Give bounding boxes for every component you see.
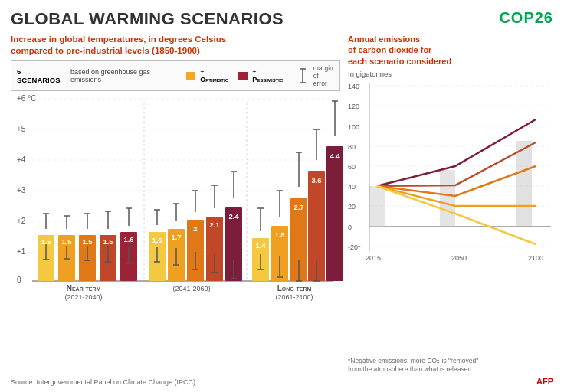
- svg-text:20: 20: [348, 203, 356, 211]
- optimistic-color-swatch: [186, 72, 195, 80]
- margin-label: marginof error: [313, 64, 334, 88]
- svg-text:+1: +1: [17, 247, 26, 256]
- left-subtitle: Increase in global temperatures, in degr…: [11, 34, 340, 57]
- svg-text:1.8: 1.8: [274, 230, 284, 239]
- optimistic-label: + Optimistic: [200, 68, 234, 83]
- svg-rect-130: [369, 186, 385, 227]
- afp-logo: AFP: [536, 377, 553, 386]
- right-subtitle: Annual emissionsof carbon dioxide foreac…: [348, 34, 555, 67]
- svg-text:0: 0: [17, 276, 21, 284]
- svg-text:+6 °C: +6 °C: [17, 94, 36, 103]
- svg-text:1.5: 1.5: [82, 237, 93, 246]
- svg-text:2.1: 2.1: [209, 220, 220, 229]
- svg-text:80: 80: [348, 143, 356, 151]
- svg-text:2.7: 2.7: [293, 203, 303, 211]
- svg-text:60: 60: [348, 163, 356, 171]
- svg-text:-20*: -20*: [348, 243, 361, 251]
- svg-text:1.5: 1.5: [103, 237, 113, 246]
- margin-of-error-icon: [297, 68, 309, 83]
- svg-text:3.6: 3.6: [311, 176, 321, 185]
- emissions-note: *Negative emissions: more CO₂ is "remove…: [348, 357, 555, 374]
- pessimistic-color-swatch: [238, 72, 248, 80]
- svg-rect-131: [440, 170, 455, 227]
- svg-text:1.7: 1.7: [171, 233, 181, 241]
- svg-text:+5: +5: [17, 125, 26, 133]
- svg-text:1.6: 1.6: [123, 235, 133, 243]
- svg-text:2: 2: [193, 224, 197, 233]
- gigatonnes-label: In gigatonnes: [348, 70, 555, 78]
- svg-text:1.5: 1.5: [61, 237, 72, 246]
- svg-text:2.4: 2.4: [228, 212, 239, 220]
- svg-text:Near term: Near term: [67, 284, 101, 292]
- legend-title: 5 SCENARIOS: [17, 67, 66, 84]
- svg-text:2050: 2050: [451, 254, 467, 262]
- svg-text:(2041-2060): (2041-2060): [172, 285, 210, 292]
- svg-text:1.6: 1.6: [152, 236, 162, 244]
- emissions-chart: 140 120 100 80 60 40 20 0 -20*: [348, 80, 555, 355]
- svg-text:100: 100: [348, 123, 359, 131]
- svg-text:+2: +2: [17, 217, 26, 225]
- svg-rect-106: [326, 146, 343, 281]
- svg-text:2100: 2100: [528, 254, 543, 262]
- svg-text:+4: +4: [17, 155, 26, 164]
- pessimistic-label: + Pessimistic: [252, 68, 288, 83]
- svg-text:+3: +3: [17, 186, 26, 194]
- svg-text:4.4: 4.4: [330, 152, 340, 160]
- svg-text:120: 120: [348, 103, 359, 110]
- legend-box: 5 SCENARIOS based on greenhouse gas emis…: [11, 60, 340, 92]
- svg-text:Long term: Long term: [277, 284, 312, 292]
- svg-text:1.4: 1.4: [255, 241, 266, 250]
- main-title: Global warming scenarios: [11, 9, 284, 29]
- cop26-logo: COP26: [499, 9, 553, 27]
- svg-text:2015: 2015: [366, 254, 381, 262]
- svg-text:0: 0: [348, 224, 352, 231]
- svg-text:40: 40: [348, 183, 356, 191]
- svg-text:140: 140: [348, 83, 359, 90]
- temperature-chart: +6 °C +5 +4 +3 +2 +1 0: [11, 95, 340, 374]
- svg-rect-132: [516, 141, 532, 227]
- source-text: Source: Intergovernmental Panel on Clima…: [11, 378, 195, 386]
- svg-text:(2021-2040): (2021-2040): [64, 293, 102, 301]
- svg-text:(2061-2100): (2061-2100): [275, 293, 313, 301]
